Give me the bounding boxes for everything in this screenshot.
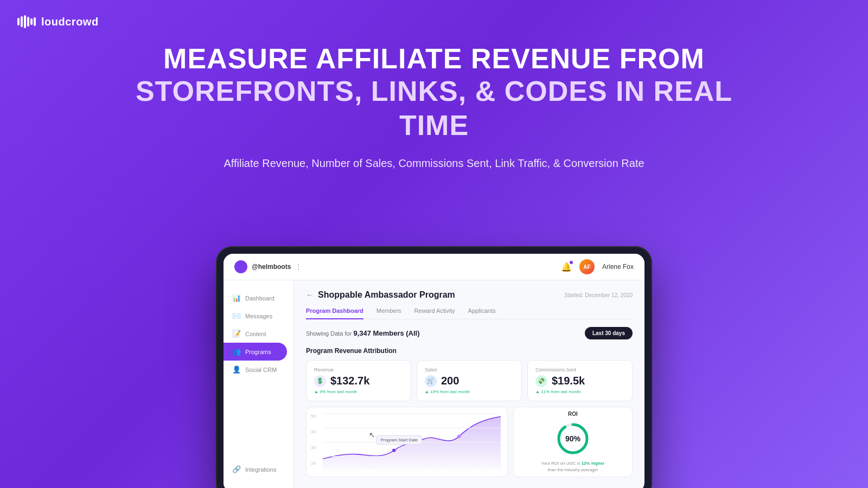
commissions-icon: 💸 <box>535 375 547 387</box>
tab-members[interactable]: Members <box>376 307 401 319</box>
gridline-1 <box>323 414 501 414</box>
topbar: @helmboots ⋮ 🔔 AF Arlene Fox <box>224 254 644 280</box>
tabs-nav: Program Dashboard Members Reward Activit… <box>306 307 633 319</box>
brand-handle: @helmboots <box>252 263 291 271</box>
sidebar-item-messages[interactable]: ✉️ Messages <box>224 307 293 325</box>
chart-svg-area: Program Start Date ↖ <box>323 414 501 470</box>
metric-card-sales: Sales 🛒 200 19% from last month <box>417 360 522 401</box>
y-label-30: 30 <box>311 445 316 450</box>
y-label-50: 50 <box>311 414 316 419</box>
roi-highlight: 12% higher <box>582 461 605 466</box>
metric-change-sales: 19% from last month <box>425 389 514 394</box>
svg-point-0 <box>392 448 396 452</box>
bottom-section: 50 40 30 20 <box>306 407 633 477</box>
logo-bar-5 <box>30 18 33 25</box>
metric-value-sales: 200 <box>441 375 459 387</box>
back-button[interactable]: ← <box>306 291 314 299</box>
notification-dot <box>570 261 573 264</box>
roi-label: ROI <box>568 411 578 417</box>
data-bar: Showing Data for 9,347 Members (All) Las… <box>306 327 633 339</box>
metrics-row: Revenue 💲 $132.7k 9% from last month Sal… <box>306 360 633 401</box>
sidebar-item-content[interactable]: 📝 Content <box>224 325 293 343</box>
program-title: Shoppable Ambassador Program <box>318 290 455 300</box>
tab-program-dashboard[interactable]: Program Dashboard <box>306 307 363 319</box>
roi-desc-text2: than the industry average! <box>548 467 598 472</box>
sidebar-item-label-messages: Messages <box>245 313 272 319</box>
topbar-left: @helmboots ⋮ <box>234 260 302 273</box>
sidebar: 📊 Dashboard ✉️ Messages 📝 Content 👥 <box>224 280 294 488</box>
gridline-2 <box>323 428 501 428</box>
revenue-icon: 💲 <box>314 375 326 387</box>
showing-text: Showing Data for 9,347 Members (All) <box>306 329 420 337</box>
revenue-section-title: Program Revenue Attribution <box>306 347 633 355</box>
integrations-icon: 🔗 <box>232 465 241 473</box>
metric-change-commissions: 11% from last month <box>535 389 624 394</box>
logo-bar-2 <box>21 16 23 27</box>
headline-section: MEASURE AFFILIATE REVENUE FROM STOREFRON… <box>0 43 868 170</box>
sidebar-item-label-integrations: Integrations <box>245 466 276 473</box>
chart-tooltip: Program Start Date <box>376 435 422 445</box>
tablet-mockup: @helmboots ⋮ 🔔 AF Arlene Fox <box>217 247 651 488</box>
metric-label-sales: Sales <box>425 367 514 373</box>
logo-bar-6 <box>34 17 36 26</box>
tab-applicants[interactable]: Applicants <box>468 307 496 319</box>
sidebar-item-dashboard[interactable]: 📊 Dashboard <box>224 289 293 307</box>
logo-bar-4 <box>27 17 29 27</box>
metric-card-commissions: Commissions Sent 💸 $19.5k 11% from last … <box>527 360 633 401</box>
program-title-row: ← Shoppable Ambassador Program <box>306 290 455 300</box>
metric-label-commissions: Commissions Sent <box>535 367 624 373</box>
logo-icon <box>17 15 36 28</box>
sidebar-item-integrations[interactable]: 🔗 Integrations <box>224 460 293 478</box>
tooltip-text: Program Start Date <box>380 438 418 442</box>
sidebar-item-label-social-crm: Social CRM <box>245 367 277 373</box>
sidebar-item-label-programs: Programs <box>245 349 271 355</box>
started-date: Started: December 12, 2020 <box>564 292 633 298</box>
showing-prefix: Showing Data for <box>306 330 352 337</box>
content-area: ← Shoppable Ambassador Program Started: … <box>294 280 644 488</box>
program-header: ← Shoppable Ambassador Program Started: … <box>306 290 633 300</box>
notification-icon[interactable]: 🔔 <box>561 262 572 272</box>
sidebar-item-programs[interactable]: 👥 Programs <box>224 343 287 361</box>
headline-line2: STOREFRONTS, LINKS, & CODES IN REAL TIME <box>108 74 760 142</box>
logo: loudcrowd <box>17 15 99 28</box>
content-icon: 📝 <box>232 330 241 338</box>
metric-card-revenue: Revenue 💲 $132.7k 9% from last month <box>306 360 411 401</box>
sidebar-item-label-content: Content <box>245 331 266 337</box>
subheadline: Affiliate Revenue, Number of Sales, Comm… <box>108 157 760 170</box>
logo-text: loudcrowd <box>41 16 99 28</box>
last-30-days-button[interactable]: Last 30 days <box>585 327 633 339</box>
roi-circle: 90% <box>556 421 590 456</box>
member-count: 9,347 Members (All) <box>353 329 419 337</box>
cursor-icon: ↖ <box>369 431 375 439</box>
dashboard-icon: 📊 <box>232 294 241 302</box>
sidebar-wrapper: 📊 Dashboard ✉️ Messages 📝 Content 👥 <box>224 289 293 484</box>
roi-desc-text: Your ROI on UGC is <box>541 461 580 466</box>
sales-icon: 🛒 <box>425 375 437 387</box>
roi-description: Your ROI on UGC is 12% higher than the i… <box>541 460 605 472</box>
logo-bar-3 <box>24 15 26 28</box>
metric-value-revenue: $132.7k <box>330 375 369 387</box>
avatar: AF <box>579 259 595 274</box>
brand-menu-icon[interactable]: ⋮ <box>295 263 302 271</box>
chart-card: 50 40 30 20 <box>306 407 508 477</box>
tablet-frame: @helmboots ⋮ 🔔 AF Arlene Fox <box>217 247 651 488</box>
main-layout: 📊 Dashboard ✉️ Messages 📝 Content 👥 <box>224 280 644 488</box>
chart-y-labels: 50 40 30 20 <box>311 414 316 466</box>
tablet-screen: @helmboots ⋮ 🔔 AF Arlene Fox <box>224 254 644 488</box>
y-label-40: 40 <box>311 429 316 434</box>
metric-value-row-commissions: 💸 $19.5k <box>535 375 624 387</box>
sidebar-item-label-dashboard: Dashboard <box>245 295 275 301</box>
roi-card: ROI 90% Your ROI on UGC is 12% high <box>513 407 633 477</box>
logo-bar-1 <box>17 18 20 25</box>
y-label-20: 20 <box>311 461 316 466</box>
social-crm-icon: 👤 <box>232 365 241 374</box>
metric-change-revenue: 9% from last month <box>314 389 403 394</box>
metric-value-row-sales: 🛒 200 <box>425 375 514 387</box>
sidebar-item-social-crm[interactable]: 👤 Social CRM <box>224 361 293 378</box>
tab-reward-activity[interactable]: Reward Activity <box>414 307 455 319</box>
brand-dot <box>234 260 247 273</box>
svg-point-1 <box>457 434 461 438</box>
headline-line1: MEASURE AFFILIATE REVENUE FROM <box>108 43 760 74</box>
gridline-4 <box>323 456 501 457</box>
programs-icon: 👥 <box>232 348 241 356</box>
